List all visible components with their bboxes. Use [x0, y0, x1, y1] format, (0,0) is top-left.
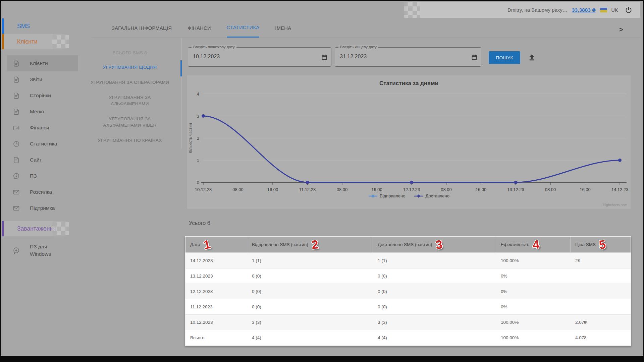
sidebar-item-розсилка[interactable]: Розсилка	[7, 184, 78, 200]
table-header-cell[interactable]: Відправлено SMS (частин)2	[247, 237, 373, 252]
y-tick-label: 4	[197, 92, 199, 97]
sidebar-item-label: Фінанси	[30, 124, 49, 131]
start-date-field[interactable]: Введіть початкову дату 10.12.2023	[188, 47, 331, 67]
table-row: 12.12.20230 (0)0 (0)0%	[185, 284, 631, 299]
table-cell: 1 (1)	[247, 253, 373, 268]
sidebar-item-пз-для-windows[interactable]: ПЗ для Windows	[7, 242, 78, 258]
legend-label: Відправлено	[380, 193, 405, 198]
annotation-number: 5	[598, 238, 606, 251]
statistics-subnav: ВСЬОГО SMS 8 УГРУПОВАННЯ ЩОДНЯУГРУПОВАНН…	[78, 38, 182, 149]
table-cell: 100.00%	[496, 253, 571, 268]
section-header-label: SMS	[17, 23, 30, 30]
sidebar-item-сторінки[interactable]: Сторінки	[7, 87, 78, 104]
chevron-right-icon[interactable]: >	[619, 26, 623, 34]
subnav-item[interactable]: УГРУПОВАННЯ ЗА ОПЕРАТОРАМИ	[90, 79, 170, 85]
x-tick-label: 16:00	[580, 187, 591, 192]
document-icon	[13, 76, 20, 83]
table-header-cell[interactable]: Ефективність4	[496, 237, 571, 252]
table-header-cell[interactable]: Доставлено SMS (частин)3	[373, 237, 496, 252]
power-icon[interactable]	[625, 6, 632, 14]
table-header-row: Дата1Відправлено SMS (частин)2Доставлено…	[185, 237, 631, 253]
table-cell: 14.12.2023	[185, 253, 247, 268]
column-label: Доставлено SMS (частин)	[378, 242, 432, 247]
download-bubble-icon	[13, 173, 20, 180]
section-header-label: Завантаження	[17, 225, 56, 232]
transparency-artifact	[404, 2, 420, 18]
sidebar-item-label: Статистика	[30, 140, 57, 147]
total-sms-label: ВСЬОГО SMS 8	[90, 50, 170, 55]
x-tick-label: 14.12.23	[611, 187, 629, 192]
table-cell: 2₴	[571, 253, 631, 268]
table-cell: 0 (0)	[373, 299, 496, 314]
sidebar-item-сайт[interactable]: Сайт	[7, 152, 78, 168]
section-accent-bar	[2, 34, 4, 49]
download-bubble-icon	[13, 247, 20, 254]
date-filter-bar: Введіть початкову дату 10.12.2023 Введіт…	[188, 47, 536, 67]
sidebar-section-завантаження[interactable]: Завантаження	[2, 221, 78, 236]
tab-імена[interactable]: ІМЕНА	[275, 18, 291, 38]
x-tick-label: 16:00	[476, 187, 487, 192]
document-icon	[13, 60, 20, 67]
table-row: Всього4 (4)4 (4)100.00%4.07₴	[185, 330, 631, 345]
tab-загальна-інформація[interactable]: ЗАГАЛЬНА ІНФОРМАЦІЯ	[112, 18, 172, 38]
transparency-artifact	[52, 222, 69, 235]
chart-legend: ВідправленоДоставлено	[187, 193, 631, 198]
x-tick-label: 11.12.23	[299, 187, 316, 192]
chart-panel: Статистика за днями 0123410.12.2308:0016…	[187, 75, 631, 209]
tab-фінанси[interactable]: ФІНАНСИ	[187, 18, 211, 38]
language-label[interactable]: UK	[611, 7, 618, 13]
series-line-0	[203, 116, 620, 182]
subnav-item[interactable]: УГРУПОВАННЯ ЗА АЛЬФАІМЕНАМИ	[90, 94, 170, 107]
end-date-field[interactable]: Введіть кінцеву дату 31.12.2023	[335, 47, 481, 67]
sidebar-item-label: Меню	[30, 108, 44, 115]
table-cell	[571, 284, 631, 299]
table-cell: Всього	[185, 330, 247, 345]
export-upload-icon[interactable]	[528, 53, 536, 63]
sidebar-item-звіти[interactable]: Звіти	[7, 71, 78, 87]
table-cell: 0%	[496, 299, 571, 314]
ukraine-flag-icon	[600, 8, 607, 12]
balance-link[interactable]: 33,3883 ₴	[572, 7, 596, 13]
pie-chart-icon	[13, 140, 20, 147]
subnav-item[interactable]: УГРУПОВАННЯ ЩОДНЯ	[90, 64, 170, 70]
calendar-icon[interactable]	[322, 54, 327, 61]
wallet-icon	[13, 124, 20, 131]
subnav-item[interactable]: УГРУПОВАННЯ ЗА АЛЬФАІМЕНАМИ VIBER	[90, 116, 170, 128]
sidebar-item-клієнти[interactable]: Клієнти	[7, 55, 78, 71]
window-bottom-edge	[1, 356, 643, 361]
subnav-item[interactable]: УГРУПОВАННЯ ПО КРАЇНАХ	[90, 137, 170, 143]
table-cell	[571, 299, 631, 314]
table-row: 14.12.20231 (1)1 (1)100.00%2₴	[185, 253, 631, 268]
chart-title: Статистика за днями	[187, 80, 631, 87]
account-balance-label: Dmitry, на Вашому раху…	[507, 7, 568, 13]
table-cell: 0%	[496, 268, 571, 284]
table-row: 13.12.20230 (0)0 (0)0%	[185, 268, 631, 284]
sidebar-item-label: Підтримка	[30, 204, 55, 212]
sidebar-section-клієнти[interactable]: Клієнти	[2, 34, 78, 49]
sidebar-item-меню[interactable]: Меню	[7, 104, 78, 120]
tab-статистика[interactable]: СТАТИСТИКА	[227, 18, 260, 38]
start-date-value[interactable]: 10.12.2023	[193, 54, 326, 60]
search-button[interactable]: ПОШУК	[489, 51, 520, 64]
sidebar-section-sms[interactable]: SMS	[2, 18, 78, 34]
annotation-number: 1	[202, 238, 211, 251]
data-point	[410, 181, 413, 184]
calendar-icon[interactable]	[472, 54, 477, 61]
sidebar-item-підтримка[interactable]: Підтримка	[7, 200, 78, 216]
section-header-label: Клієнти	[17, 38, 38, 45]
envelope-icon	[13, 189, 20, 196]
end-date-label: Введіть кінцеву дату	[338, 45, 378, 49]
y-tick-label: 0	[197, 180, 199, 185]
end-date-value[interactable]: 31.12.2023	[340, 54, 476, 60]
table-header-cell[interactable]: Ціна SMS5	[571, 237, 631, 252]
section-accent-bar	[2, 18, 4, 34]
data-point	[618, 159, 622, 162]
sidebar-item-фінанси[interactable]: Фінанси	[7, 120, 78, 136]
sidebar-item-статистика[interactable]: Статистика	[7, 136, 78, 152]
legend-item-доставлено[interactable]: Доставлено	[414, 193, 449, 198]
table-header-cell[interactable]: Дата1	[185, 237, 247, 252]
data-point	[306, 181, 309, 184]
legend-item-відправлено[interactable]: Відправлено	[368, 193, 405, 198]
sidebar-item-пз[interactable]: ПЗ	[7, 168, 78, 184]
table-cell: 100.00%	[496, 315, 571, 330]
